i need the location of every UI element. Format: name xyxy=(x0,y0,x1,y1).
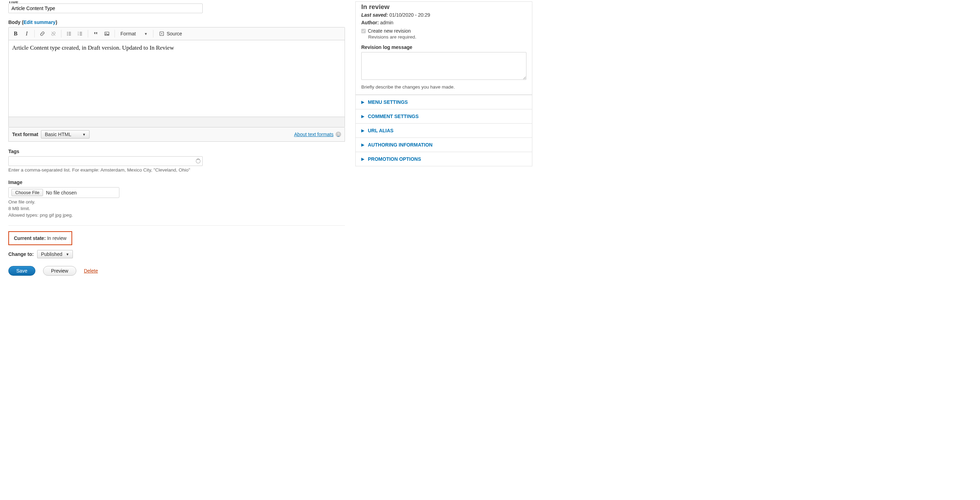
accordion-label: AUTHORING INFORMATION xyxy=(368,142,433,148)
caret-down-icon: ▼ xyxy=(82,133,86,137)
editor-content-area[interactable]: Article Content type created, in Draft v… xyxy=(9,40,345,117)
editor-toolbar: B I 123 xyxy=(9,27,345,40)
current-state-label: Current state: xyxy=(14,236,46,241)
triangle-right-icon: ▶ xyxy=(361,100,364,105)
about-text-formats-link[interactable]: About text formats ? xyxy=(294,132,341,137)
image-hint-2: 8 MB limit. xyxy=(8,206,345,211)
source-icon xyxy=(159,31,164,37)
triangle-right-icon: ▶ xyxy=(361,142,364,147)
accordion-label: URL ALIAS xyxy=(368,128,393,133)
triangle-right-icon: ▶ xyxy=(361,157,364,161)
svg-point-2 xyxy=(67,35,68,35)
toolbar-separator xyxy=(88,30,88,38)
svg-text:3: 3 xyxy=(78,34,79,36)
last-saved-value: 01/10/2020 - 20:29 xyxy=(389,12,430,18)
tags-input[interactable] xyxy=(8,156,203,166)
text-format-row: Text format Basic HTML ▼ About text form… xyxy=(8,127,345,142)
source-button-label: Source xyxy=(167,31,182,37)
bulleted-list-button[interactable] xyxy=(64,29,74,38)
section-separator xyxy=(8,225,345,226)
about-text-formats-label: About text formats xyxy=(294,132,334,137)
accordion-label: MENU SETTINGS xyxy=(368,99,408,105)
sidebar-state: In review xyxy=(361,3,527,11)
unlink-icon xyxy=(51,31,56,37)
tags-hint: Enter a comma-separated list. For exampl… xyxy=(8,167,345,173)
create-revision-label: Create new revision xyxy=(368,28,411,34)
link-button[interactable] xyxy=(38,29,47,38)
accordion-url-alias[interactable]: ▶ URL ALIAS xyxy=(356,123,532,137)
author-value: admin xyxy=(380,20,393,25)
file-status-text: No file chosen xyxy=(46,190,77,196)
accordion-label: PROMOTION OPTIONS xyxy=(368,156,421,162)
delete-link[interactable]: Delete xyxy=(84,268,98,274)
help-icon: ? xyxy=(336,132,341,137)
change-to-label: Change to: xyxy=(8,252,33,257)
italic-icon: I xyxy=(26,30,27,37)
blockquote-button[interactable] xyxy=(91,29,101,38)
text-format-selected: Basic HTML xyxy=(45,132,71,137)
source-button[interactable]: Source xyxy=(156,30,185,38)
image-hint-1: One file only. xyxy=(8,199,345,204)
numbered-list-icon: 123 xyxy=(77,31,83,37)
triangle-right-icon: ▶ xyxy=(361,128,364,133)
preview-button[interactable]: Preview xyxy=(43,266,76,276)
choose-file-button[interactable]: Choose File xyxy=(11,189,43,196)
loading-spinner-icon xyxy=(196,159,200,164)
accordion-comment-settings[interactable]: ▶ COMMENT SETTINGS xyxy=(356,109,532,123)
current-state-value: In review xyxy=(47,236,67,241)
create-revision-checkbox xyxy=(361,29,366,33)
svg-point-1 xyxy=(67,33,68,34)
toolbar-separator xyxy=(34,30,35,38)
change-to-select[interactable]: Published ▼ xyxy=(37,250,73,258)
image-file-picker: Choose File No file chosen xyxy=(8,187,119,198)
text-format-select[interactable]: Basic HTML ▼ xyxy=(41,130,89,139)
author-label: Author: xyxy=(361,20,379,25)
text-format-label: Text format xyxy=(12,132,38,137)
caret-down-icon: ▼ xyxy=(144,32,148,36)
image-icon xyxy=(104,31,110,37)
unlink-button[interactable] xyxy=(49,29,58,38)
image-label: Image xyxy=(8,180,345,185)
accordion-label: COMMENT SETTINGS xyxy=(368,113,418,119)
italic-button[interactable]: I xyxy=(22,29,32,38)
toolbar-separator xyxy=(115,30,115,38)
numbered-list-button[interactable]: 123 xyxy=(75,29,85,38)
revisions-required-note: Revisions are required. xyxy=(368,34,527,40)
toolbar-separator xyxy=(153,30,153,38)
edit-summary-link[interactable]: Edit summary xyxy=(24,19,56,25)
tags-label: Tags xyxy=(8,149,345,154)
accordion-authoring-information[interactable]: ▶ AUTHORING INFORMATION xyxy=(356,137,532,152)
triangle-right-icon: ▶ xyxy=(361,114,364,119)
link-icon xyxy=(40,31,45,37)
wysiwyg-editor: B I 123 xyxy=(8,27,345,127)
body-label: Body (Edit summary) xyxy=(8,19,345,25)
svg-point-15 xyxy=(161,33,162,34)
revision-log-label: Revision log message xyxy=(361,45,527,50)
revision-panel: In review Last saved: 01/10/2020 - 20:29… xyxy=(355,2,532,95)
current-state-box: Current state: In review xyxy=(8,231,72,245)
svg-point-0 xyxy=(67,32,68,33)
caret-down-icon: ▼ xyxy=(66,252,69,256)
accordion-promotion-options[interactable]: ▶ PROMOTION OPTIONS xyxy=(356,152,532,166)
editor-statusbar xyxy=(9,117,345,127)
image-button[interactable] xyxy=(102,29,112,38)
revision-log-hint: Briefly describe the changes you have ma… xyxy=(361,84,527,89)
sidebar-accordion: ▶ MENU SETTINGS ▶ COMMENT SETTINGS ▶ URL… xyxy=(355,95,532,166)
change-to-selected: Published xyxy=(41,252,62,257)
title-input[interactable] xyxy=(8,3,203,13)
accordion-menu-settings[interactable]: ▶ MENU SETTINGS xyxy=(356,95,532,109)
format-dropdown[interactable]: Format ▼ xyxy=(118,30,150,38)
bulleted-list-icon xyxy=(66,31,72,37)
revision-log-textarea[interactable] xyxy=(361,52,527,80)
image-hint-3: Allowed types: png gif jpg jpeg. xyxy=(8,212,345,218)
bold-button[interactable]: B xyxy=(11,29,21,38)
bold-icon: B xyxy=(14,30,18,37)
save-button[interactable]: Save xyxy=(8,266,35,276)
last-saved-label: Last saved: xyxy=(361,12,388,18)
svg-point-13 xyxy=(106,33,107,34)
blockquote-icon xyxy=(93,31,99,37)
format-dropdown-label: Format xyxy=(121,31,136,37)
body-label-text: Body xyxy=(8,19,21,25)
